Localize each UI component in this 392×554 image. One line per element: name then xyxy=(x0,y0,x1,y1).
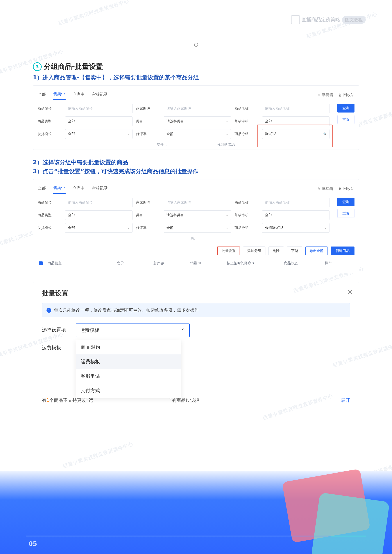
query-button[interactable]: 查询 xyxy=(337,104,355,112)
label-name: 商品名称 xyxy=(234,106,259,111)
footer-bar xyxy=(26,536,366,536)
footer-graphic-2 xyxy=(311,492,390,554)
label-choose-item: 选择设置项 xyxy=(42,324,70,333)
step-2: 2）选择该分组中需要批量设置的商品 xyxy=(33,159,359,166)
tab-stock-2[interactable]: 仓库中 xyxy=(72,184,85,194)
choose-item-dropdown: 商品限购 运费模板 客服电话 支付方式 xyxy=(76,340,182,398)
input-name[interactable]: 请输入商品名称 xyxy=(262,104,329,113)
tab-selling-2[interactable]: 售卖中 xyxy=(53,184,66,194)
table-header: 商品信息 售价 总库存 销量 ⇅ 按上架时间降序 ▾ 商品状态 操作 xyxy=(37,259,355,270)
info-icon: ! xyxy=(47,308,51,313)
section-title: 3 分组商品-批量设置 xyxy=(33,62,359,71)
page-tag: 直播商品定价策略 图文教程 xyxy=(291,15,366,24)
link-recycle-2[interactable]: 🗑 回收站 xyxy=(338,186,355,191)
option-ship[interactable]: 运费模板 xyxy=(76,354,181,369)
note-expand-link[interactable]: 展开 xyxy=(341,397,350,403)
select-choose-item[interactable]: 运费模板⌃ xyxy=(76,324,190,337)
search-icon: 🔍 xyxy=(323,132,327,136)
export-all-button[interactable]: 导出全部 xyxy=(305,247,328,255)
select-rate-2[interactable]: 全部⌄ xyxy=(164,223,231,233)
page-number: 05 xyxy=(28,540,37,547)
reset-button[interactable]: 重置 xyxy=(337,115,355,124)
delete-button[interactable]: 删除 xyxy=(268,247,284,255)
option-limit[interactable]: 商品限购 xyxy=(76,340,181,354)
page-footer: 05 xyxy=(0,471,392,554)
select-cat[interactable]: 请选择类目⌄ xyxy=(164,117,231,126)
select-rate[interactable]: 全部⌄ xyxy=(164,129,231,139)
input-name-2[interactable]: 请输入商品名称 xyxy=(262,198,329,207)
section-number-badge: 3 xyxy=(33,62,42,71)
expand-link[interactable]: 展开 ⌄ 分组测试18 xyxy=(37,142,355,147)
query-button-2[interactable]: 查询 xyxy=(337,198,355,206)
label-rate: 好评率 xyxy=(136,132,160,136)
input-sellercode-2[interactable]: 请输入商家编码 xyxy=(164,198,231,207)
input-sku-2[interactable]: 请输入商品编号 xyxy=(65,198,133,207)
input-sku[interactable]: 请输入商品编号 xyxy=(65,104,133,113)
close-icon[interactable]: ✕ xyxy=(347,288,353,296)
label-sku: 商品编号 xyxy=(37,106,62,111)
select-cat-2[interactable]: 请选择类目⌄ xyxy=(164,210,231,220)
label-ship-template: 运费模板 xyxy=(42,341,70,351)
select-type-2[interactable]: 全部⌄ xyxy=(65,210,133,220)
filter-panel-1: 全部 售卖中 仓库中 审核记录 ✎ 草稿箱 🗑 回收站 商品编号 请输入商品编号… xyxy=(33,85,359,150)
tab-audit-2[interactable]: 审核记录 xyxy=(91,184,108,194)
label-draft: 草稿审核 xyxy=(234,119,259,124)
off-shelf-button[interactable]: 下架 xyxy=(287,247,302,255)
divider-dot xyxy=(194,43,198,47)
step-3: 3）点击“批量设置”按钮，可快速完成该分组商品信息的批量操作 xyxy=(33,167,359,175)
select-group[interactable]: 测试18🔍 xyxy=(262,129,329,139)
tab-all-2[interactable]: 全部 xyxy=(37,184,46,194)
select-draft-2[interactable]: 全部⌄ xyxy=(262,210,329,220)
select-ship-2[interactable]: 全部⌄ xyxy=(65,223,133,233)
new-product-button[interactable]: 新建商品 xyxy=(331,247,355,255)
tab-selling[interactable]: 售卖中 xyxy=(53,90,66,100)
select-type[interactable]: 全部⌄ xyxy=(65,117,133,126)
label-sellercode: 商家编码 xyxy=(136,106,160,111)
tab-stock[interactable]: 仓库中 xyxy=(72,90,85,100)
label-type: 商品类型 xyxy=(37,119,62,124)
batch-set-modal: 批量设置 ✕ ! 每次只能修改一项，修改后点击确定即可生效。如需修改多项，需多次… xyxy=(33,282,359,412)
add-group-button[interactable]: 添加分组 xyxy=(243,247,266,255)
select-ship[interactable]: 全部⌄ xyxy=(65,129,133,139)
info-alert: ! 每次只能修改一项，修改后点击确定即可生效。如需修改多项，需多次操作 xyxy=(42,303,350,317)
chevron-up-icon: ⌃ xyxy=(182,328,185,333)
filter-panel-2: 全部 售卖中 仓库中 审核记录 ✎ 草稿箱 🗑 回收站 商品编号 请输入商品编号… xyxy=(33,179,359,273)
select-group-2[interactable]: 分组测试18⌄ xyxy=(262,223,329,233)
select-draft[interactable]: 全部⌄ xyxy=(262,117,329,126)
select-all-checkbox[interactable] xyxy=(39,261,43,265)
unsupported-note: 有1个商品不支持更改“运 ‟的商品过滤掉 展开 xyxy=(42,397,350,403)
option-phone[interactable]: 客服电话 xyxy=(76,369,181,383)
expand-link-2[interactable]: 展开 ⌄ xyxy=(37,236,355,241)
label-ship: 发货模式 xyxy=(37,132,62,136)
link-draft-2[interactable]: ✎ 草稿箱 xyxy=(317,186,333,191)
batch-set-button[interactable]: 批量设置 xyxy=(217,247,240,255)
step-1: 1）进入商品管理-【售卖中】，选择需要批量设置的某个商品分组 xyxy=(33,74,359,81)
reset-button-2[interactable]: 重置 xyxy=(337,209,355,218)
modal-title: 批量设置 xyxy=(42,289,350,298)
tab-all[interactable]: 全部 xyxy=(37,90,46,100)
label-group: 商品分组 xyxy=(234,132,259,136)
book-icon xyxy=(291,15,300,24)
link-draft[interactable]: ✎ 草稿箱 xyxy=(317,92,333,97)
tab-audit[interactable]: 审核记录 xyxy=(91,90,108,100)
label-cat: 类目 xyxy=(136,119,160,124)
option-pay[interactable]: 支付方式 xyxy=(76,383,181,398)
input-sellercode[interactable]: 请输入商家编码 xyxy=(164,104,231,113)
link-recycle[interactable]: 🗑 回收站 xyxy=(338,92,355,97)
